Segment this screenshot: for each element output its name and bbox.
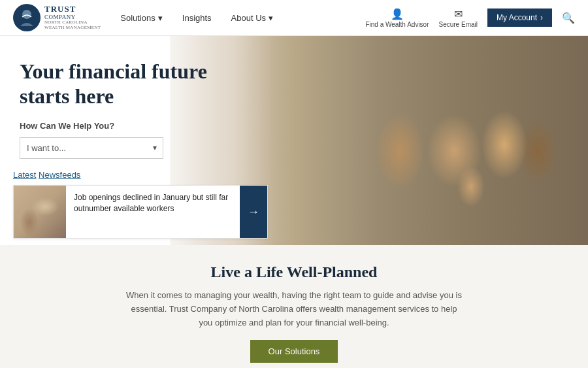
main-nav: Solutions ▾ Insights About Us ▾ [120,13,365,23]
newsfeeds-label: Latest Newsfeeds [13,170,281,180]
find-advisor-button[interactable]: 👤 Find a Wealth Advisor [365,8,429,28]
logo-trust: TRUST [44,5,101,14]
nav-insights[interactable]: Insights [182,13,212,23]
nav-about[interactable]: About Us ▾ [231,13,273,23]
well-planned-section: Live a Life Well-Planned When it comes t… [0,245,588,368]
site-header: TRUST COMPANY NORTH CAROLINA WEALTH MANA… [0,0,588,36]
newsfeed-image [14,186,66,238]
arrow-right-icon: › [540,13,543,22]
newsfeed-image-inner [14,186,66,238]
email-icon: ✉ [454,8,463,20]
arrow-right-icon: → [248,205,259,219]
newsfeed-card: Job openings declined in January but sti… [13,185,268,239]
search-button[interactable]: 🔍 [562,12,575,24]
well-planned-description: When it comes to managing your wealth, h… [124,289,464,329]
logo[interactable]: TRUST COMPANY NORTH CAROLINA WEALTH MANA… [13,4,101,31]
nav-solutions[interactable]: Solutions ▾ [120,13,162,23]
help-select[interactable]: I want to... Plan for retirement Manage … [20,137,163,159]
newsfeed-text: Job openings declined in January but sti… [66,186,240,238]
well-planned-title: Live a Life Well-Planned [13,263,575,281]
svg-point-0 [22,10,31,19]
person-icon: 👤 [391,8,404,20]
hero-section: Your financial future starts here How Ca… [0,36,588,245]
hero-select-wrapper: I want to... Plan for retirement Manage … [20,137,163,159]
newsfeeds-section: Latest Newsfeeds Job openings declined i… [13,170,281,239]
hero-title: Your financial future starts here [20,59,235,109]
chevron-down-icon: ▾ [269,13,273,23]
our-solutions-button[interactable]: Our Solutions [250,340,338,363]
header-actions: 👤 Find a Wealth Advisor ✉ Secure Email M… [365,8,575,28]
newsfeed-arrow-button[interactable]: → [240,186,267,238]
newsfeeds-link[interactable]: Newsfeeds [39,170,80,180]
search-icon: 🔍 [562,12,575,24]
chevron-down-icon: ▾ [158,13,163,23]
logo-circle [13,4,41,31]
hero-content: Your financial future starts here How Ca… [0,36,248,172]
logo-sub2: WEALTH MANAGEMENT [44,25,101,31]
newsfeed-headline: Job openings declined in January but sti… [74,192,232,214]
my-account-button[interactable]: My Account › [487,8,552,27]
logo-text: TRUST COMPANY NORTH CAROLINA WEALTH MANA… [44,5,101,31]
secure-email-button[interactable]: ✉ Secure Email [439,8,478,28]
hero-subtitle: How Can We Help You? [20,121,235,131]
